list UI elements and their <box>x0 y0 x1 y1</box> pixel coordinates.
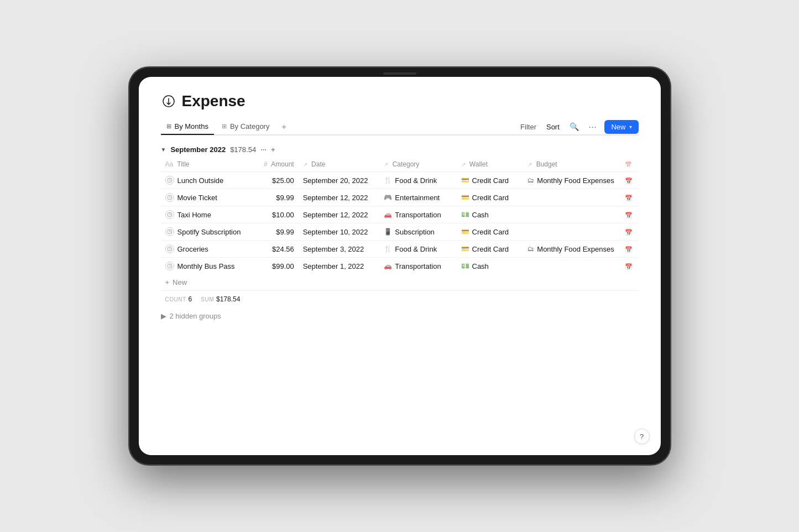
cell-category-5: 🚗 Transportation <box>379 258 456 275</box>
tablet-frame: Expense ⊞ By Months ⊞ By Category + <box>129 67 671 465</box>
table-row[interactable]: Taxi Home $10.00 September 12, 2022 🚗 Tr… <box>161 206 639 223</box>
col-header-budget: ↗ Budget <box>523 157 620 172</box>
footer-sum: SUM $178.54 <box>201 295 240 303</box>
filter-button[interactable]: Filter <box>518 122 539 132</box>
cell-title-0[interactable]: Lunch Outside <box>161 172 258 189</box>
cell-amount-0: $25.00 <box>258 172 298 189</box>
cat-icon-2: 🚗 <box>384 211 392 218</box>
cell-title-4[interactable]: Groceries <box>161 241 258 258</box>
cell-wallet-3: 💳 Credit Card <box>457 223 524 241</box>
cell-amount-1: $9.99 <box>258 189 298 206</box>
cell-budget-0: 🗂Monthly Food Expenses <box>523 172 620 189</box>
table-header-row: Aa Title # Amount ↗ Date ↗ <box>161 157 639 172</box>
cat-icon-4: 🍴 <box>384 245 392 253</box>
cell-extra-3: 📅 <box>620 223 638 241</box>
cell-amount-2: $10.00 <box>258 206 298 223</box>
cell-category-4: 🍴 Food & Drink <box>379 241 456 258</box>
table-row[interactable]: Lunch Outside $25.00 September 20, 2022 … <box>161 172 639 189</box>
table-row[interactable]: Groceries $24.56 September 3, 2022 🍴 Foo… <box>161 241 639 258</box>
cell-wallet-0: 💳 Credit Card <box>457 172 524 189</box>
table-footer: COUNT 6 SUM $178.54 <box>161 290 639 307</box>
screen: Expense ⊞ By Months ⊞ By Category + <box>139 77 661 455</box>
row-icon-3 <box>165 227 174 236</box>
help-button[interactable]: ? <box>634 429 650 444</box>
wallet-icon-4: 💳 <box>461 245 469 253</box>
wallet-icon-5: 💵 <box>461 262 469 270</box>
more-options-icon[interactable]: ··· <box>587 121 599 132</box>
cell-budget-2 <box>523 206 620 223</box>
section-total: $178.54 <box>230 145 256 154</box>
cell-extra-2: 📅 <box>620 206 638 223</box>
cell-date-4: September 3, 2022 <box>299 241 380 258</box>
tab-months-icon: ⊞ <box>166 123 171 130</box>
cell-amount-4: $24.56 <box>258 241 298 258</box>
section-add-icon[interactable]: + <box>271 145 275 154</box>
date-arrow-icon: ↗ <box>303 161 307 168</box>
cell-date-3: September 10, 2022 <box>299 223 380 241</box>
wallet-icon-2: 💵 <box>461 211 469 218</box>
hidden-groups[interactable]: ▶ 2 hidden groups <box>161 307 639 325</box>
table-row[interactable]: Movie Ticket $9.99 September 12, 2022 🎮 … <box>161 189 639 206</box>
cell-wallet-2: 💵 Cash <box>457 206 524 223</box>
search-icon[interactable]: 🔍 <box>567 121 581 132</box>
wallet-icon-0: 💳 <box>461 176 469 184</box>
cell-extra-1: 📅 <box>620 189 638 206</box>
table-row[interactable]: Spotify Subscription $9.99 September 10,… <box>161 223 639 241</box>
cell-date-2: September 12, 2022 <box>299 206 380 223</box>
row-icon-1 <box>165 193 174 202</box>
cell-budget-4: 🗂Monthly Food Expenses <box>523 241 620 258</box>
section-toggle-icon: ▼ <box>161 147 166 153</box>
cat-icon-0: 🍴 <box>384 176 392 184</box>
cell-title-1[interactable]: Movie Ticket <box>161 189 258 206</box>
col-header-date: ↗ Date <box>299 157 380 172</box>
new-button[interactable]: New ▾ <box>604 120 638 134</box>
hidden-groups-chevron: ▶ <box>161 312 166 320</box>
add-icon: + <box>165 278 170 286</box>
cell-amount-3: $9.99 <box>258 223 298 241</box>
category-arrow-icon: ↗ <box>384 161 388 168</box>
row-icon-2 <box>165 210 174 219</box>
budget-arrow-icon: ↗ <box>528 161 532 168</box>
cell-date-5: September 1, 2022 <box>299 258 380 275</box>
cell-extra-5: 📅 <box>620 258 638 275</box>
wallet-arrow-icon: ↗ <box>461 161 466 168</box>
page-title: Expense <box>182 92 246 110</box>
cell-category-1: 🎮 Entertainment <box>379 189 456 206</box>
page-header: Expense <box>161 92 639 110</box>
wallet-icon-1: 💳 <box>461 194 469 201</box>
separator <box>161 135 639 135</box>
cell-category-3: 📱 Subscription <box>379 223 456 241</box>
expense-icon <box>161 93 176 109</box>
col-header-category: ↗ Category <box>379 157 456 172</box>
tab-by-months[interactable]: ⊞ By Months <box>161 119 214 135</box>
tabs-toolbar-row: ⊞ By Months ⊞ By Category + Filter Sort … <box>161 119 639 135</box>
budget-icon-4: 🗂 <box>528 245 534 253</box>
cell-budget-3 <box>523 223 620 241</box>
cell-date-1: September 12, 2022 <box>299 189 380 206</box>
cell-wallet-4: 💳 Credit Card <box>457 241 524 258</box>
footer-count: COUNT 6 <box>165 295 192 303</box>
cell-category-2: 🚗 Transportation <box>379 206 456 223</box>
app-content: Expense ⊞ By Months ⊞ By Category + <box>139 77 661 455</box>
cell-wallet-5: 💵 Cash <box>457 258 524 275</box>
col-header-title: Aa Title <box>161 157 258 172</box>
cell-amount-5: $99.00 <box>258 258 298 275</box>
title-col-icon: Aa <box>165 160 174 168</box>
table-row[interactable]: Monthly Bus Pass $99.00 September 1, 202… <box>161 258 639 275</box>
cell-title-3[interactable]: Spotify Subscription <box>161 223 258 241</box>
add-new-row[interactable]: + New <box>161 274 639 290</box>
cell-title-2[interactable]: Taxi Home <box>161 206 258 223</box>
section-more-icon[interactable]: ··· <box>260 145 267 154</box>
cat-icon-1: 🎮 <box>384 194 392 201</box>
cat-icon-5: 🚗 <box>384 262 392 270</box>
tabs-bar: ⊞ By Months ⊞ By Category + Filter Sort … <box>161 119 639 135</box>
cell-title-5[interactable]: Monthly Bus Pass <box>161 258 258 275</box>
cell-extra-4: 📅 <box>620 241 638 258</box>
cat-icon-3: 📱 <box>384 228 392 236</box>
tab-by-category[interactable]: ⊞ By Category <box>216 119 275 135</box>
sort-button[interactable]: Sort <box>544 122 562 132</box>
tab-category-icon: ⊞ <box>222 123 227 130</box>
section-header-september[interactable]: ▼ September 2022 $178.54 ··· + <box>161 142 639 157</box>
row-icon-0 <box>165 176 174 185</box>
add-tab-button[interactable]: + <box>277 119 290 134</box>
